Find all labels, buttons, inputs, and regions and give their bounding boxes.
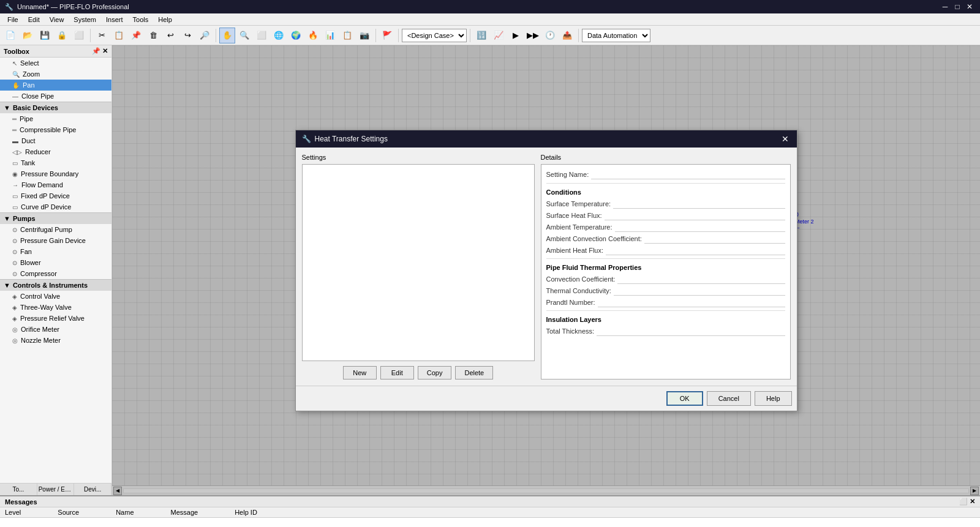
design-case-select[interactable]: <Design Case> [402, 29, 467, 42]
toolbar-search[interactable]: 🔎 [197, 28, 213, 43]
surface-heat-flux-value [605, 211, 785, 220]
tool-compressible-pipe[interactable]: ═ Compressible Pipe [0, 124, 111, 135]
details-panel-label: Details [541, 154, 791, 161]
menu-tools[interactable]: Tools [128, 15, 154, 24]
toolbar-pan[interactable]: ✋ [219, 28, 235, 43]
menu-help[interactable]: Help [153, 15, 177, 24]
dialog-details-panel: Details Setting Name: Conditions [541, 154, 791, 379]
menu-edit[interactable]: Edit [23, 15, 45, 24]
ambient-convection-label: Ambient Convection Coefficient: [546, 235, 642, 242]
dialog-help-button[interactable]: Help [755, 391, 792, 406]
tool-tank[interactable]: ▭ Tank [0, 157, 111, 168]
tb-sep5 [470, 29, 470, 42]
toolbar-open[interactable]: 📂 [20, 28, 36, 43]
tool-pipe[interactable]: ═ Pipe [0, 113, 111, 124]
toolbox-scroll[interactable]: ↖ Select 🔍 Zoom ✋ Pan — Close Pipe ▼ Bas… [0, 58, 111, 483]
tool-pressure-gain[interactable]: ⊙ Pressure Gain Device [0, 235, 111, 246]
settings-copy-button[interactable]: Copy [418, 366, 452, 379]
tool-duct[interactable]: ▬ Duct [0, 135, 111, 146]
tool-blower[interactable]: ⊙ Blower [0, 257, 111, 268]
tool-orifice-meter[interactable]: ◎ Orifice Meter [0, 324, 111, 335]
settings-delete-button[interactable]: Delete [455, 366, 493, 379]
menu-insert[interactable]: Insert [101, 15, 128, 24]
data-automation-select[interactable]: Data Automation [582, 29, 650, 42]
tool-reducer[interactable]: ◁▷ Reducer [0, 146, 111, 157]
menu-file[interactable]: File [2, 15, 23, 24]
toolbar-camera[interactable]: 📷 [356, 28, 372, 43]
menu-view[interactable]: View [45, 15, 69, 24]
tool-nozzle-meter-label: Nozzle Meter [21, 337, 61, 344]
toolbar-undo[interactable]: ↩ [162, 28, 178, 43]
toolbar-unknown1[interactable]: ⬜ [71, 28, 87, 43]
toolbar-flag[interactable]: 🚩 [379, 28, 395, 43]
settings-edit-button[interactable]: Edit [380, 366, 414, 379]
toolbox-controls: 📌 ✕ [92, 47, 108, 55]
tool-pan[interactable]: ✋ Pan [0, 80, 111, 91]
toolbar-globe[interactable]: 🌍 [288, 28, 304, 43]
close-button[interactable]: ✕ [964, 1, 975, 12]
toolbar-redo[interactable]: ↪ [179, 28, 195, 43]
toolbar-run1[interactable]: ▶ [508, 28, 524, 43]
toolbar-paste[interactable]: 📌 [128, 28, 144, 43]
section-basic-devices[interactable]: ▼ Basic Devices [0, 102, 111, 113]
tool-pressure-relief[interactable]: ◈ Pressure Relief Valve [0, 313, 111, 324]
section-chevron-pumps: ▼ [4, 215, 10, 222]
maximize-button[interactable]: □ [952, 1, 963, 12]
toolbar-fire[interactable]: 🔥 [305, 28, 321, 43]
toolbar-delete[interactable]: 🗑 [145, 28, 161, 43]
toolbar-graph[interactable]: 📈 [491, 28, 507, 43]
tool-curve-dp[interactable]: ▭ Curve dP Device [0, 201, 111, 212]
toolbar-layers[interactable]: 📊 [322, 28, 338, 43]
setting-name-value [591, 170, 785, 179]
tb-sep1 [90, 29, 91, 42]
toolbar-clock[interactable]: 🕐 [542, 28, 558, 43]
toolbox-tab-power[interactable]: Power / Ene... [37, 484, 75, 495]
menu-system[interactable]: System [69, 15, 101, 24]
tool-pan-label: Pan [23, 81, 35, 89]
toolbar-calc[interactable]: 🔢 [473, 28, 489, 43]
compressor-icon: ⊙ [12, 271, 17, 277]
dialog-title-icon: 🔧 [302, 135, 311, 143]
toolbox-tab-devi[interactable]: Devi... [74, 484, 111, 495]
toolbar-copy[interactable]: 📋 [111, 28, 127, 43]
tool-control-valve[interactable]: ◈ Control Valve [0, 291, 111, 302]
canvas-area[interactable]: ◎ Nozzle Meter 20— 🔧 Heat Transfer Setti… [112, 45, 980, 495]
toolbar-save[interactable]: 💾 [37, 28, 53, 43]
tool-compressor[interactable]: ⊙ Compressor [0, 268, 111, 279]
toolbox-tab-to[interactable]: To... [0, 484, 37, 495]
tool-fixed-dp[interactable]: ▭ Fixed dP Device [0, 190, 111, 201]
section-pumps[interactable]: ▼ Pumps [0, 212, 111, 224]
settings-list-box[interactable] [302, 164, 535, 361]
toolbar-fit[interactable]: ⬜ [254, 28, 270, 43]
tool-close-pipe[interactable]: — Close Pipe [0, 91, 111, 102]
tool-centrifugal-pump[interactable]: ⊙ Centrifugal Pump [0, 224, 111, 235]
tool-select[interactable]: ↖ Select [0, 58, 111, 69]
tool-flow-demand[interactable]: → Flow Demand [0, 179, 111, 190]
settings-new-button[interactable]: New [343, 366, 377, 379]
tool-nozzle-meter[interactable]: ◎ Nozzle Meter [0, 335, 111, 346]
three-way-valve-icon: ◈ [12, 304, 17, 311]
toolbar-export[interactable]: 📤 [559, 28, 575, 43]
toolbar-new[interactable]: 📄 [2, 28, 18, 43]
tool-pressure-boundary[interactable]: ◉ Pressure Boundary [0, 168, 111, 179]
toolbar-net[interactable]: 🌐 [271, 28, 287, 43]
reducer-icon: ◁▷ [12, 149, 22, 155]
toolbar-zoom[interactable]: 🔍 [236, 28, 252, 43]
dialog-cancel-button[interactable]: Cancel [707, 391, 751, 406]
toolbar-lock[interactable]: 🔒 [54, 28, 70, 43]
toolbar-cut[interactable]: ✂ [94, 28, 110, 43]
minimize-button[interactable]: ─ [940, 1, 951, 12]
tool-fan[interactable]: ⊙ Fan [0, 246, 111, 257]
tool-zoom[interactable]: 🔍 Zoom [0, 69, 111, 80]
toolbar-table[interactable]: 📋 [339, 28, 355, 43]
convection-coeff-row: Convection Coefficient: [546, 274, 785, 284]
tool-compressible-pipe-label: Compressible Pipe [20, 126, 76, 133]
dialog-close-button[interactable]: ✕ [780, 133, 791, 144]
dialog-ok-button[interactable]: OK [666, 391, 703, 406]
tool-three-way-valve[interactable]: ◈ Three-Way Valve [0, 302, 111, 313]
section-controls[interactable]: ▼ Controls & Instruments [0, 279, 111, 291]
toolbar-run2[interactable]: ▶▶ [525, 28, 541, 43]
insulation-title: Insulation Layers [546, 316, 785, 323]
divider-1 [546, 183, 785, 184]
tool-close-pipe-label: Close Pipe [21, 92, 54, 100]
